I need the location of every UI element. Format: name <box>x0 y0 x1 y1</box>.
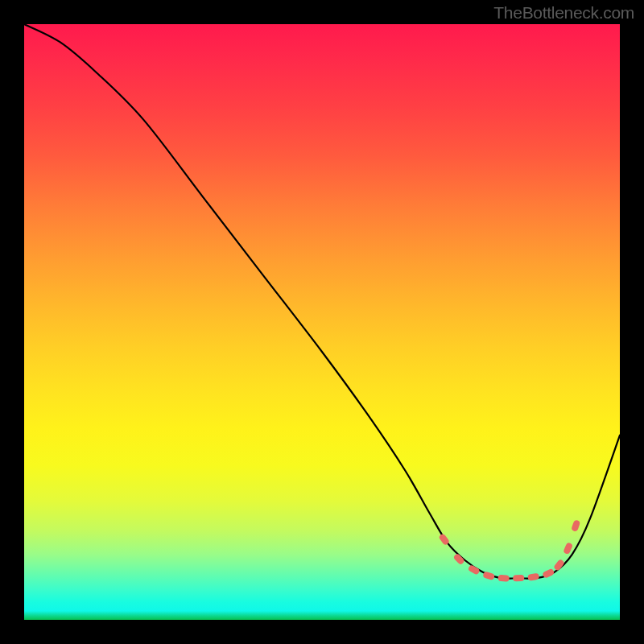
curve-marker <box>563 542 573 555</box>
curve-marker <box>513 575 524 582</box>
plot-area <box>24 24 620 620</box>
curve-marker <box>497 575 510 582</box>
curve-marker <box>571 519 580 532</box>
watermark-text: TheBottleneck.com <box>493 3 634 23</box>
curve-markers <box>438 519 580 582</box>
curve-line <box>24 24 620 579</box>
curve-marker <box>452 553 465 566</box>
chart-svg <box>24 24 620 620</box>
curve-marker <box>527 573 539 581</box>
